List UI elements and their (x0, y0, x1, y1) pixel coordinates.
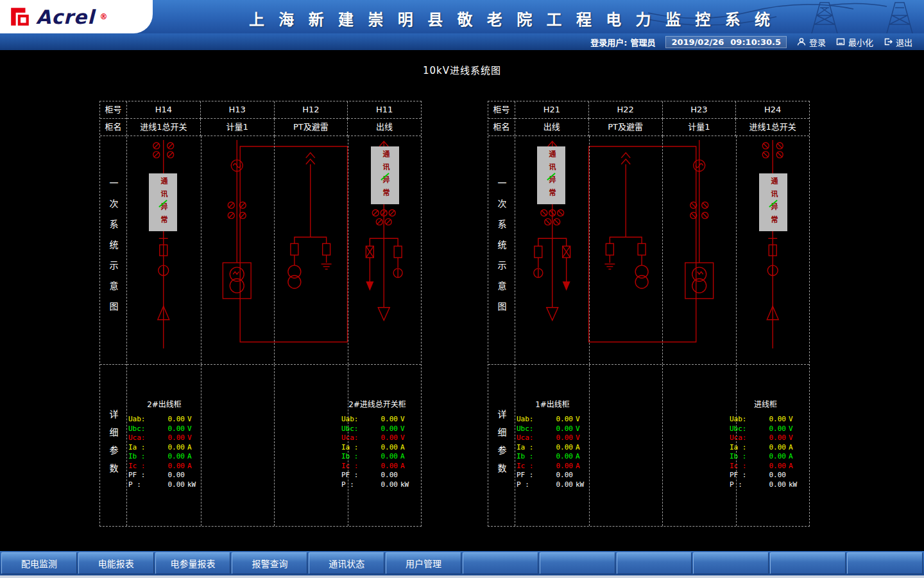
param-row: Ia : 0.00 A (730, 443, 801, 453)
param-value: 0.00 (364, 480, 398, 490)
param-label: PF : (128, 471, 151, 480)
param-value: 0.00 (753, 415, 786, 425)
param-label: Uca: (341, 434, 364, 443)
nav-button[interactable] (847, 552, 923, 574)
system-title: 上 海 新 建 崇 明 县 敬 老 院 工 程 电 力 监 控 系 统 (249, 7, 774, 30)
bottom-nav: 配电监测 电能报表 电参量报表 报警查询 通讯状态 用户管理 (0, 551, 924, 575)
param-group-title: 2#进线总开关柜 (341, 398, 413, 409)
param-label: Ic : (517, 462, 540, 471)
param-label: Uab: (517, 415, 540, 425)
param-label: Ic : (730, 462, 753, 471)
param-value: 0.00 (364, 415, 398, 425)
cabinet-name-cell: PT及避雷 (275, 119, 348, 136)
current-date: 2019/02/26 (671, 37, 724, 47)
param-unit: V (400, 415, 413, 425)
nav-button[interactable] (463, 552, 538, 574)
param-label: Ib : (517, 452, 540, 462)
param-label: Ubc: (517, 425, 540, 434)
param-row: Uab: 0.00 V (341, 415, 413, 425)
param-label: Ia : (128, 443, 151, 453)
param-row: Uab: 0.00 V (730, 415, 801, 425)
param-unit: V (187, 434, 200, 443)
nav-button[interactable]: 通讯状态 (309, 552, 384, 574)
brand-registered-mark: ® (99, 12, 107, 21)
section-label-detail-params: 详细参数 (100, 365, 126, 526)
user-bar: 登录用户: 管理员 2019/02/26 09:10:30.5 登录 最小化 退… (0, 33, 924, 50)
param-value: 0.00 (151, 452, 185, 462)
param-unit: A (576, 462, 588, 471)
row-header-column: 柜号 柜名 一次系统示意图 详细参数 (488, 101, 515, 526)
param-unit: A (400, 452, 413, 462)
param-value: 0.00 (540, 480, 573, 490)
param-row: P : 0.00 kW (341, 480, 413, 490)
row-header-cabinet-no: 柜号 (100, 101, 126, 119)
nav-button[interactable]: 配电监测 (1, 552, 77, 574)
brand-name: Acrel (36, 6, 94, 28)
param-value: 0.00 (540, 443, 573, 453)
row-header-cabinet-name: 柜名 (100, 119, 126, 136)
row-header-cabinet-no: 柜号 (488, 101, 515, 119)
param-unit: kW (576, 480, 588, 490)
param-unit: V (187, 425, 200, 434)
param-unit: V (789, 415, 801, 425)
app-header: Acrel ® 上 海 新 建 崇 明 县 敬 老 院 工 程 电 力 监 控 … (0, 0, 924, 33)
nav-button[interactable]: 用户管理 (386, 552, 461, 574)
param-unit: V (576, 415, 588, 425)
cabinet-no-cell: H11 (348, 101, 421, 119)
nav-button[interactable] (617, 552, 692, 574)
minimize-button[interactable]: 最小化 (836, 36, 873, 48)
param-value: 0.00 (151, 462, 185, 471)
param-value: 0.00 (151, 471, 185, 480)
param-value: 0.00 (753, 425, 786, 434)
param-row: P : 0.00 kW (730, 480, 801, 490)
single-line-diagram-right: 通讯异常 通讯异常 (515, 136, 809, 365)
nav-button[interactable]: 报警查询 (232, 552, 307, 574)
cabinet-name-cell: 进线1总开关 (127, 119, 201, 136)
nav-button[interactable] (770, 552, 846, 574)
nav-button[interactable]: 电参量报表 (155, 552, 231, 574)
bottom-strip (0, 575, 924, 578)
param-row: Ib : 0.00 A (341, 452, 413, 462)
param-unit: A (187, 462, 200, 471)
param-label: P : (128, 480, 151, 490)
nav-button[interactable] (540, 552, 615, 574)
param-row: Uca: 0.00 V (517, 434, 588, 443)
param-value: 0.00 (540, 462, 573, 471)
param-value: 0.00 (364, 462, 398, 471)
param-label: P : (341, 480, 364, 490)
param-row: P : 0.00 kW (128, 480, 200, 490)
login-button[interactable]: 登录 (797, 36, 826, 48)
nav-button[interactable] (693, 552, 769, 574)
param-unit: A (789, 443, 801, 453)
param-row: PF : 0.00 (128, 471, 200, 480)
cabinet-no-row: H14H13H12H11 (127, 101, 421, 119)
exit-button[interactable]: 退出 (884, 36, 912, 48)
param-label: P : (517, 480, 540, 490)
param-unit: V (789, 425, 801, 434)
param-label: PF : (730, 471, 753, 480)
detail-params-region-right: 1#出线柜 Uab: 0.00 V Ubc (515, 365, 809, 526)
param-label: PF : (341, 471, 364, 480)
main-area: 10kV进线系统图 柜号 柜名 一次系统示意图 详细参数 H14H13H12H1… (0, 50, 924, 551)
comm-abnormal-badge-h11: 通讯异常 (371, 146, 399, 204)
param-unit (400, 471, 413, 480)
minimize-icon (836, 37, 845, 46)
param-row: Ubc: 0.00 V (128, 425, 200, 434)
param-label: Uab: (128, 415, 151, 425)
param-row: Ubc: 0.00 V (730, 425, 801, 434)
cabinet-no-cell: H13 (201, 101, 275, 119)
login-user-name: 管理员 (630, 36, 655, 48)
param-value: 0.00 (540, 471, 573, 480)
nav-button[interactable]: 电能报表 (78, 552, 154, 574)
param-group-title: 1#出线柜 (517, 398, 588, 409)
login-user-label: 登录用户: (590, 36, 627, 48)
brand-logo-area: Acrel ® (0, 0, 153, 33)
param-row: Uca: 0.00 V (730, 434, 801, 443)
param-unit: A (576, 443, 588, 453)
param-value: 0.00 (364, 425, 398, 434)
param-label: Uca: (517, 434, 540, 443)
param-group: 1#出线柜 Uab: 0.00 V Ubc (517, 398, 588, 489)
param-label: Ubc: (730, 425, 753, 434)
section-label-detail-params: 详细参数 (488, 365, 515, 526)
param-value: 0.00 (151, 480, 185, 490)
